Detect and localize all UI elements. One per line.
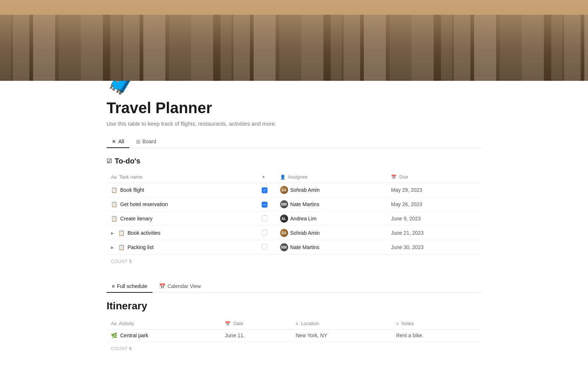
assignee-cell-4: SASohrab Amin: [276, 226, 387, 240]
col-header-status: ✦: [257, 171, 276, 183]
task-icon: 📋: [111, 201, 117, 207]
todos-section-title: To-do's: [115, 157, 140, 165]
avatar: SA: [280, 186, 288, 194]
tab-board-label: Board: [143, 138, 156, 144]
assignee-name-text: Sohrab Amin: [290, 230, 320, 236]
assignee-cell-1: SASohrab Amin: [276, 183, 387, 197]
col-header-notes: ≡ Notes: [392, 318, 481, 330]
checkbox[interactable]: [262, 230, 268, 235]
task-name-text: Packing list: [128, 244, 154, 250]
status-cell-2[interactable]: [257, 197, 276, 212]
col-icon-status: ✦: [262, 174, 265, 180]
tab-full-schedule[interactable]: ≡ Full schedule: [107, 280, 153, 293]
tab-all[interactable]: ✳ All: [107, 136, 129, 148]
hero-banner: [0, 0, 588, 81]
avatar: NM: [280, 200, 288, 208]
checkbox[interactable]: [262, 202, 268, 208]
col-header-activity: Aa Activity: [107, 318, 220, 330]
task-name-text: Create itenary: [120, 216, 153, 222]
itinerary-table: Aa Activity 📅 Date ≡ Location ≡ Notes: [107, 318, 481, 353]
table-row: 🌿Central parkJune 11,New York, NYRent a …: [107, 330, 481, 342]
due-date-cell-4: June 21, 2023: [387, 226, 481, 240]
col-header-date: 📅 Date: [220, 318, 291, 330]
due-date-cell-2: May 26, 2023: [387, 197, 481, 212]
assignee-cell-2: NMNate Martins: [276, 197, 387, 212]
date-cell-1: June 11,: [220, 330, 291, 342]
expand-arrow[interactable]: ▶: [111, 231, 114, 235]
col-icon-assignee: 👤: [280, 174, 286, 180]
page-description: Use this table to keep track of flights,…: [107, 120, 481, 127]
tab-all-label: All: [118, 138, 124, 144]
activity-name-text: Central park: [120, 332, 148, 338]
board-tab-icon: ◎: [136, 138, 140, 144]
task-name-text: Book flight: [120, 187, 144, 193]
col-header-task: Aa Task name: [107, 171, 257, 183]
col-icon-due: 📅: [391, 174, 397, 180]
table-row: 📋Book flightSASohrab AminMay 29, 2023: [107, 183, 481, 197]
avatar: AL: [280, 215, 288, 223]
todos-section-icon: ☑: [107, 158, 112, 165]
status-cell-4[interactable]: [257, 226, 276, 240]
todos-section-header: ☑ To-do's: [107, 157, 481, 165]
due-date-cell-1: May 29, 2023: [387, 183, 481, 197]
assignee-name-text: Andrea Lim: [290, 216, 317, 222]
task-icon: 📋: [118, 244, 125, 250]
assignee-name-text: Nate Martins: [290, 244, 319, 250]
assignee-cell-5: NMNate Martins: [276, 240, 387, 255]
assignee-name-text: Nate Martins: [290, 201, 319, 207]
page-title: Travel Planner: [107, 99, 481, 117]
avatar: NM: [280, 243, 288, 251]
itinerary-count-row: COUNT 6: [107, 342, 481, 353]
table-row: ▶📋Packing listNMNate MartinsJune 30, 202…: [107, 240, 481, 255]
todos-count-row: COUNT 5: [107, 255, 481, 266]
task-icon: 📋: [111, 216, 117, 222]
task-name-cell-4: ▶📋Book activities: [107, 226, 257, 240]
assignee-cell-3: ALAndrea Lim: [276, 212, 387, 226]
tab-board[interactable]: ◎ Board: [131, 136, 161, 148]
task-name-cell-1: 📋Book flight: [107, 183, 257, 197]
col-header-assignee: 👤 Assignee: [276, 171, 387, 183]
col-header-location: ≡ Location: [291, 318, 391, 330]
notes-cell-1: Rent a bike.: [392, 330, 481, 342]
todos-table-header-row: Aa Task name ✦ 👤 Assignee 📅 Due: [107, 171, 481, 183]
location-cell-1: New York, NY: [291, 330, 391, 342]
main-tabs: ✳ All ◎ Board: [107, 136, 481, 148]
calendar-view-tab-label: Calendar View: [168, 283, 201, 289]
count-value: 6: [129, 346, 132, 351]
activity-cell-1: 🌿Central park: [107, 330, 220, 342]
status-cell-1[interactable]: [257, 183, 276, 197]
task-name-cell-5: ▶📋Packing list: [107, 240, 257, 255]
status-cell-5[interactable]: [257, 240, 276, 255]
itinerary-section: Itinerary Aa Activity 📅 Date ≡ Location: [107, 300, 481, 353]
task-icon: 📋: [111, 187, 117, 193]
task-name-cell-3: 📋Create itenary: [107, 212, 257, 226]
due-date-cell-5: June 30, 2023: [387, 240, 481, 255]
col-icon-date: 📅: [225, 321, 230, 326]
full-schedule-tab-label: Full schedule: [117, 283, 147, 289]
col-header-due: 📅 Due: [387, 171, 481, 183]
checkbox[interactable]: [262, 187, 268, 193]
checkbox[interactable]: [262, 244, 268, 250]
todos-count-cell: COUNT 5: [107, 255, 481, 266]
assignee-name-text: Sohrab Amin: [290, 187, 320, 193]
task-icon: 📋: [118, 230, 125, 236]
activity-icon: 🌿: [111, 332, 117, 338]
col-icon-task: Aa: [111, 174, 116, 180]
col-icon-location: ≡: [295, 321, 298, 326]
col-icon-notes: ≡: [396, 321, 399, 326]
expand-arrow[interactable]: ▶: [111, 245, 114, 249]
itinerary-header-row: Aa Activity 📅 Date ≡ Location ≡ Notes: [107, 318, 481, 330]
checkbox[interactable]: [262, 215, 268, 221]
table-row: ▶📋Book activitiesSASohrab AminJune 21, 2…: [107, 226, 481, 240]
all-tab-icon: ✳: [112, 138, 116, 144]
task-name-text: Book activities: [128, 230, 160, 236]
task-name-text: Get hotel reservation: [120, 201, 168, 207]
due-date-cell-3: June 9, 2023: [387, 212, 481, 226]
col-icon-activity: Aa: [111, 321, 116, 326]
todos-table: Aa Task name ✦ 👤 Assignee 📅 Due: [107, 171, 481, 266]
tab-calendar-view[interactable]: 📅 Calendar View: [154, 280, 206, 293]
count-label: COUNT: [111, 259, 128, 264]
count-value: 5: [129, 259, 132, 264]
calendar-view-tab-icon: 📅: [159, 283, 165, 289]
status-cell-3[interactable]: [257, 212, 276, 226]
